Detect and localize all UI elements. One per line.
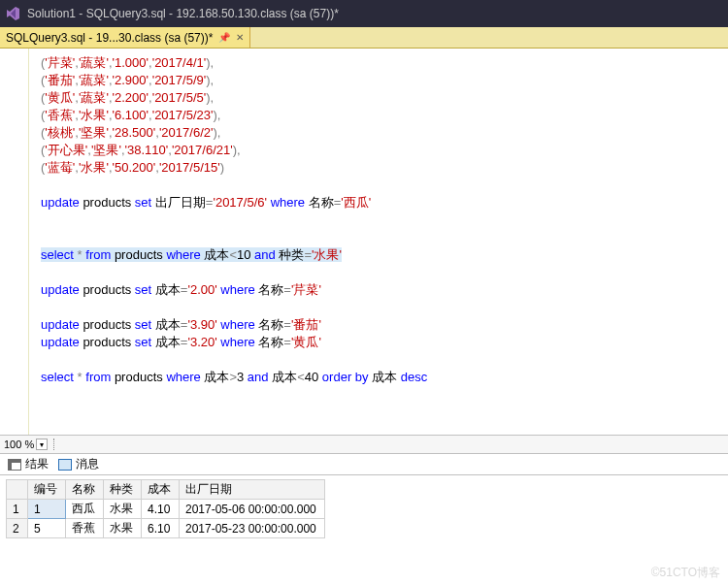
code-area: ('芹菜','蔬菜','1.000','2017/4/1'),('番茄','蔬菜… [41, 54, 728, 386]
grid-icon [8, 459, 21, 471]
message-icon [58, 459, 72, 471]
cell-date[interactable]: 2017-05-23 00:00:00.000 [180, 519, 325, 538]
cell-kind[interactable]: 水果 [104, 500, 142, 519]
document-tab-bar: SQLQuery3.sql - 19...30.class (sa (57))*… [0, 27, 728, 49]
result-tab-bar: 结果 消息 [0, 454, 728, 475]
col-name[interactable]: 名称 [66, 480, 104, 500]
vs-icon [6, 6, 21, 21]
cell-date[interactable]: 2017-05-06 00:00:00.000 [180, 500, 325, 519]
col-id[interactable]: 编号 [28, 480, 66, 500]
corner-cell [7, 480, 28, 500]
zoom-separator [53, 439, 54, 450]
window-titlebar: Solution1 - SQLQuery3.sql - 192.168.50.1… [0, 0, 728, 27]
row-number: 2 [7, 519, 28, 538]
cell-kind[interactable]: 水果 [104, 519, 142, 538]
cell-cost[interactable]: 6.10 [142, 519, 180, 538]
tab-results-label: 结果 [25, 456, 49, 472]
tab-label: SQLQuery3.sql - 19...30.class (sa (57))* [6, 31, 213, 45]
col-cost[interactable]: 成本 [142, 480, 180, 500]
zoom-bar: 100 % ▾ [0, 435, 728, 454]
table-row[interactable]: 1 1 西瓜 水果 4.10 2017-05-06 00:00:00.000 [7, 500, 325, 519]
editor-gutter [0, 49, 29, 435]
cell-name[interactable]: 香蕉 [66, 519, 104, 538]
tab-sqlquery3[interactable]: SQLQuery3.sql - 19...30.class (sa (57))*… [0, 27, 250, 48]
cell-cost[interactable]: 4.10 [142, 500, 180, 519]
pin-icon[interactable]: 📌 [218, 32, 230, 43]
row-number: 1 [7, 500, 28, 519]
window-title: Solution1 - SQLQuery3.sql - 192.168.50.1… [27, 7, 339, 20]
tab-messages-label: 消息 [76, 456, 99, 472]
table-row[interactable]: 2 5 香蕉 水果 6.10 2017-05-23 00:00:00.000 [7, 519, 325, 538]
cell-name[interactable]: 西瓜 [66, 500, 104, 519]
zoom-dropdown[interactable]: ▾ [36, 439, 48, 450]
close-icon[interactable]: ✕ [236, 32, 244, 43]
col-kind[interactable]: 种类 [104, 480, 142, 500]
header-row: 编号 名称 种类 成本 出厂日期 [7, 480, 325, 500]
cell-id[interactable]: 5 [28, 519, 66, 538]
cell-id[interactable]: 1 [28, 500, 66, 519]
col-date[interactable]: 出厂日期 [180, 480, 325, 500]
tab-messages[interactable]: 消息 [58, 456, 99, 472]
tab-results[interactable]: 结果 [8, 456, 49, 472]
results-grid[interactable]: 编号 名称 种类 成本 出厂日期 1 1 西瓜 水果 4.10 2017-05-… [0, 475, 728, 538]
watermark: ©51CTO博客 [651, 565, 720, 581]
sql-editor[interactable]: ('芹菜','蔬菜','1.000','2017/4/1'),('番茄','蔬菜… [0, 49, 728, 435]
results-pane: 编号 名称 种类 成本 出厂日期 1 1 西瓜 水果 4.10 2017-05-… [0, 475, 728, 585]
zoom-value: 100 % [4, 439, 34, 450]
